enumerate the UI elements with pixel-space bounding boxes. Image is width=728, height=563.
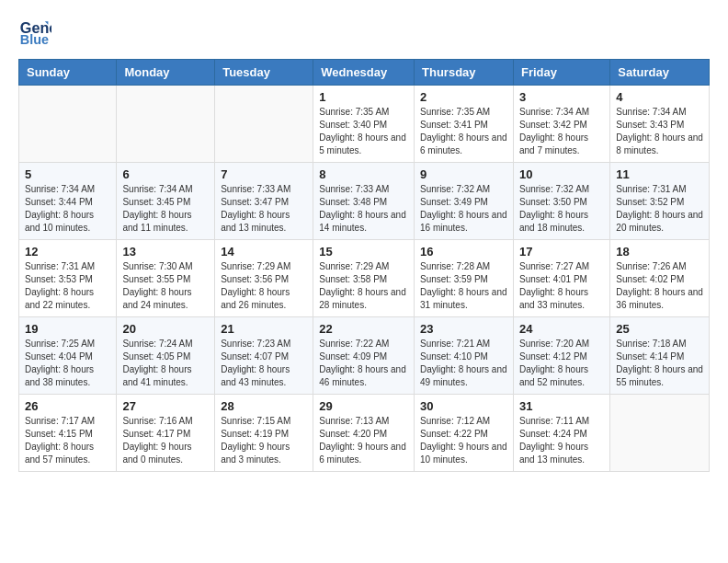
calendar-cell: 21Sunrise: 7:23 AM Sunset: 4:07 PM Dayli… (215, 317, 313, 395)
day-number: 16 (420, 245, 507, 259)
calendar-cell: 2Sunrise: 7:35 AM Sunset: 3:41 PM Daylig… (415, 86, 514, 163)
week-row-1: 1Sunrise: 7:35 AM Sunset: 3:40 PM Daylig… (19, 86, 710, 163)
calendar-cell: 1Sunrise: 7:35 AM Sunset: 3:40 PM Daylig… (313, 86, 415, 163)
day-number: 18 (616, 245, 703, 259)
day-number: 19 (25, 322, 110, 336)
day-info: Sunrise: 7:20 AM Sunset: 4:12 PM Dayligh… (519, 338, 604, 389)
logo-icon: General Blue (18, 15, 51, 48)
day-number: 2 (420, 90, 507, 104)
day-number: 14 (221, 245, 307, 259)
weekday-header-saturday: Saturday (610, 60, 710, 86)
day-info: Sunrise: 7:34 AM Sunset: 3:44 PM Dayligh… (25, 183, 110, 235)
week-row-5: 26Sunrise: 7:17 AM Sunset: 4:15 PM Dayli… (19, 395, 710, 472)
header: General Blue (18, 15, 710, 48)
svg-text:Blue: Blue (20, 32, 49, 47)
day-number: 12 (25, 245, 110, 259)
day-number: 30 (420, 399, 507, 413)
weekday-header-tuesday: Tuesday (215, 60, 313, 86)
day-info: Sunrise: 7:31 AM Sunset: 3:52 PM Dayligh… (616, 183, 703, 235)
calendar-cell: 14Sunrise: 7:29 AM Sunset: 3:56 PM Dayli… (215, 240, 313, 317)
week-row-4: 19Sunrise: 7:25 AM Sunset: 4:04 PM Dayli… (19, 317, 710, 395)
day-number: 8 (319, 167, 408, 181)
day-info: Sunrise: 7:33 AM Sunset: 3:48 PM Dayligh… (319, 183, 408, 235)
day-number: 26 (25, 399, 110, 413)
day-number: 21 (221, 322, 307, 336)
day-info: Sunrise: 7:29 AM Sunset: 3:58 PM Dayligh… (319, 260, 408, 312)
day-info: Sunrise: 7:25 AM Sunset: 4:04 PM Dayligh… (25, 338, 110, 389)
day-info: Sunrise: 7:34 AM Sunset: 3:43 PM Dayligh… (616, 106, 703, 157)
day-info: Sunrise: 7:30 AM Sunset: 3:55 PM Dayligh… (122, 260, 209, 312)
calendar-cell (215, 86, 313, 163)
day-info: Sunrise: 7:16 AM Sunset: 4:17 PM Dayligh… (122, 415, 209, 466)
calendar-cell (610, 395, 710, 472)
day-number: 15 (319, 245, 408, 259)
day-info: Sunrise: 7:26 AM Sunset: 4:02 PM Dayligh… (616, 260, 703, 312)
calendar-cell: 16Sunrise: 7:28 AM Sunset: 3:59 PM Dayli… (415, 240, 514, 317)
logo: General Blue (18, 15, 55, 48)
day-number: 3 (519, 90, 604, 104)
weekday-header-sunday: Sunday (19, 60, 117, 86)
calendar-cell: 27Sunrise: 7:16 AM Sunset: 4:17 PM Dayli… (117, 395, 215, 472)
day-info: Sunrise: 7:18 AM Sunset: 4:14 PM Dayligh… (616, 338, 703, 389)
day-number: 17 (519, 245, 604, 259)
day-number: 10 (519, 167, 604, 181)
day-number: 29 (319, 399, 408, 413)
calendar: SundayMondayTuesdayWednesdayThursdayFrid… (18, 59, 710, 472)
calendar-cell: 10Sunrise: 7:32 AM Sunset: 3:50 PM Dayli… (513, 163, 609, 240)
day-info: Sunrise: 7:35 AM Sunset: 3:41 PM Dayligh… (420, 106, 507, 157)
calendar-cell: 29Sunrise: 7:13 AM Sunset: 4:20 PM Dayli… (313, 395, 415, 472)
day-info: Sunrise: 7:29 AM Sunset: 3:56 PM Dayligh… (221, 260, 307, 312)
day-number: 5 (25, 167, 110, 181)
day-number: 9 (420, 167, 507, 181)
day-number: 4 (616, 90, 703, 104)
weekday-header-monday: Monday (117, 60, 215, 86)
calendar-cell (117, 86, 215, 163)
day-info: Sunrise: 7:17 AM Sunset: 4:15 PM Dayligh… (25, 415, 110, 466)
day-number: 7 (221, 167, 307, 181)
day-info: Sunrise: 7:13 AM Sunset: 4:20 PM Dayligh… (319, 415, 408, 466)
calendar-cell: 18Sunrise: 7:26 AM Sunset: 4:02 PM Dayli… (610, 240, 710, 317)
day-info: Sunrise: 7:34 AM Sunset: 3:42 PM Dayligh… (519, 106, 604, 157)
day-info: Sunrise: 7:15 AM Sunset: 4:19 PM Dayligh… (221, 415, 307, 466)
day-info: Sunrise: 7:21 AM Sunset: 4:10 PM Dayligh… (420, 338, 507, 389)
calendar-cell: 8Sunrise: 7:33 AM Sunset: 3:48 PM Daylig… (313, 163, 415, 240)
weekday-header-friday: Friday (513, 60, 609, 86)
day-number: 23 (420, 322, 507, 336)
calendar-cell (19, 86, 117, 163)
calendar-cell: 12Sunrise: 7:31 AM Sunset: 3:53 PM Dayli… (19, 240, 117, 317)
calendar-cell: 11Sunrise: 7:31 AM Sunset: 3:52 PM Dayli… (610, 163, 710, 240)
day-info: Sunrise: 7:12 AM Sunset: 4:22 PM Dayligh… (420, 415, 507, 466)
calendar-cell: 30Sunrise: 7:12 AM Sunset: 4:22 PM Dayli… (415, 395, 514, 472)
calendar-cell: 20Sunrise: 7:24 AM Sunset: 4:05 PM Dayli… (117, 317, 215, 395)
day-number: 6 (122, 167, 209, 181)
calendar-cell: 19Sunrise: 7:25 AM Sunset: 4:04 PM Dayli… (19, 317, 117, 395)
calendar-cell: 28Sunrise: 7:15 AM Sunset: 4:19 PM Dayli… (215, 395, 313, 472)
calendar-cell: 4Sunrise: 7:34 AM Sunset: 3:43 PM Daylig… (610, 86, 710, 163)
calendar-cell: 22Sunrise: 7:22 AM Sunset: 4:09 PM Dayli… (313, 317, 415, 395)
day-info: Sunrise: 7:35 AM Sunset: 3:40 PM Dayligh… (319, 106, 408, 157)
day-number: 31 (519, 399, 604, 413)
week-row-3: 12Sunrise: 7:31 AM Sunset: 3:53 PM Dayli… (19, 240, 710, 317)
calendar-cell: 5Sunrise: 7:34 AM Sunset: 3:44 PM Daylig… (19, 163, 117, 240)
day-info: Sunrise: 7:32 AM Sunset: 3:49 PM Dayligh… (420, 183, 507, 235)
calendar-cell: 6Sunrise: 7:34 AM Sunset: 3:45 PM Daylig… (117, 163, 215, 240)
day-info: Sunrise: 7:23 AM Sunset: 4:07 PM Dayligh… (221, 338, 307, 389)
calendar-cell: 3Sunrise: 7:34 AM Sunset: 3:42 PM Daylig… (513, 86, 609, 163)
day-info: Sunrise: 7:33 AM Sunset: 3:47 PM Dayligh… (221, 183, 307, 235)
day-info: Sunrise: 7:32 AM Sunset: 3:50 PM Dayligh… (519, 183, 604, 235)
weekday-header-wednesday: Wednesday (313, 60, 415, 86)
day-number: 27 (122, 399, 209, 413)
calendar-cell: 15Sunrise: 7:29 AM Sunset: 3:58 PM Dayli… (313, 240, 415, 317)
day-info: Sunrise: 7:11 AM Sunset: 4:24 PM Dayligh… (519, 415, 604, 466)
day-number: 20 (122, 322, 209, 336)
day-info: Sunrise: 7:31 AM Sunset: 3:53 PM Dayligh… (25, 260, 110, 312)
calendar-cell: 26Sunrise: 7:17 AM Sunset: 4:15 PM Dayli… (19, 395, 117, 472)
day-number: 13 (122, 245, 209, 259)
day-info: Sunrise: 7:22 AM Sunset: 4:09 PM Dayligh… (319, 338, 408, 389)
day-info: Sunrise: 7:28 AM Sunset: 3:59 PM Dayligh… (420, 260, 507, 312)
calendar-cell: 31Sunrise: 7:11 AM Sunset: 4:24 PM Dayli… (513, 395, 609, 472)
calendar-cell: 9Sunrise: 7:32 AM Sunset: 3:49 PM Daylig… (415, 163, 514, 240)
day-info: Sunrise: 7:27 AM Sunset: 4:01 PM Dayligh… (519, 260, 604, 312)
day-info: Sunrise: 7:24 AM Sunset: 4:05 PM Dayligh… (122, 338, 209, 389)
day-number: 11 (616, 167, 703, 181)
